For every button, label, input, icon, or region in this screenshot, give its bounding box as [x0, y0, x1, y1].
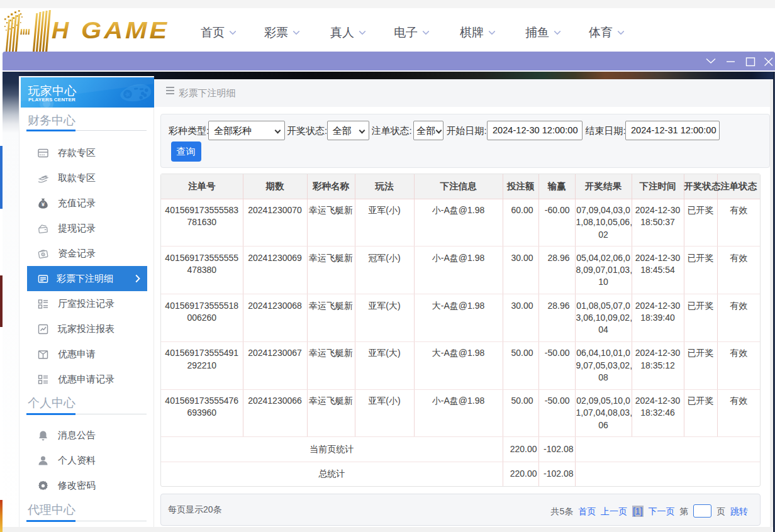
svg-text:GAME: GAME [81, 17, 169, 43]
svg-text:¥: ¥ [42, 201, 45, 208]
svg-text:H: H [52, 17, 69, 43]
